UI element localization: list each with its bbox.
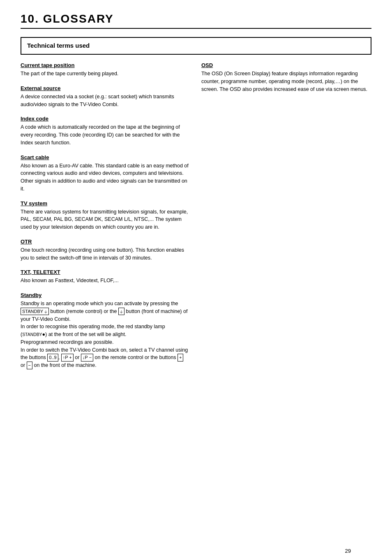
term-body-osd: The OSD (On Screen Display) feature disp… — [201, 70, 370, 93]
right-column: OSD The OSD (On Screen Display) feature … — [201, 62, 370, 377]
button-minus: − — [27, 362, 32, 369]
left-column: Current tape position The part of the ta… — [21, 62, 189, 377]
header-rule — [21, 28, 371, 29]
button-p-plus: ↑P + — [61, 354, 74, 362]
button-plus: + — [178, 354, 183, 362]
term-title-tv-system: TV system — [21, 200, 189, 206]
term-body-index-code: A code which is automatically recorded o… — [21, 123, 189, 146]
term-body-scart-cable: Also known as a Euro-AV cable. This stan… — [21, 162, 189, 193]
two-column-layout: Current tape position The part of the ta… — [21, 62, 371, 377]
term-index-code: Index code A code which is automatically… — [21, 116, 189, 146]
term-body-current-tape-position: The part of the tape currently being pla… — [21, 70, 189, 78]
term-otr: OTR One touch recording (recording using… — [21, 239, 189, 262]
term-scart-cable: Scart cable Also known as a Euro-AV cabl… — [21, 154, 189, 193]
term-body-txt-teletext: Also known as Fasttext, Videotext, FLOF,… — [21, 277, 189, 285]
term-tv-system: TV system There are various systems for … — [21, 200, 189, 231]
term-current-tape-position: Current tape position The part of the ta… — [21, 62, 189, 78]
term-title-txt-teletext: TXT, TELETEXT — [21, 269, 189, 275]
term-title-current-tape-position: Current tape position — [21, 62, 189, 68]
term-txt-teletext: TXT, TELETEXT Also known as Fasttext, Vi… — [21, 269, 189, 285]
term-title-standby: Standby — [21, 292, 189, 298]
page-container: 10. GLOSSARY Technical terms used Curren… — [21, 12, 371, 554]
term-title-index-code: Index code — [21, 116, 189, 122]
standby-button-label: STANDBY ⏚ — [21, 308, 49, 315]
term-body-otr: One touch recording (recording using one… — [21, 246, 189, 262]
term-title-scart-cable: Scart cable — [21, 154, 189, 160]
term-title-external-source: External source — [21, 85, 189, 91]
section-title-box: Technical terms used — [21, 37, 371, 55]
term-external-source: External source A device connected via a… — [21, 85, 189, 109]
term-title-otr: OTR — [21, 239, 189, 245]
term-standby: Standby Standby is an operating mode whi… — [21, 292, 189, 369]
section-title: Technical terms used — [27, 42, 90, 49]
term-body-standby: Standby is an operating mode which you c… — [21, 300, 189, 369]
power-button-label: ⏚ — [118, 308, 125, 315]
term-title-osd: OSD — [201, 62, 370, 68]
term-body-tv-system: There are various systems for transmitti… — [21, 208, 189, 231]
button-0-9: 0..9 — [47, 354, 58, 362]
page-number: 29 — [345, 548, 351, 554]
page-header: 10. GLOSSARY — [21, 12, 371, 29]
page-title: 10. GLOSSARY — [21, 12, 371, 25]
term-body-external-source: A device connected via a socket (e.g.: s… — [21, 93, 189, 109]
term-osd: OSD The OSD (On Screen Display) feature … — [201, 62, 370, 93]
button-p-minus: ↓P − — [81, 354, 93, 362]
